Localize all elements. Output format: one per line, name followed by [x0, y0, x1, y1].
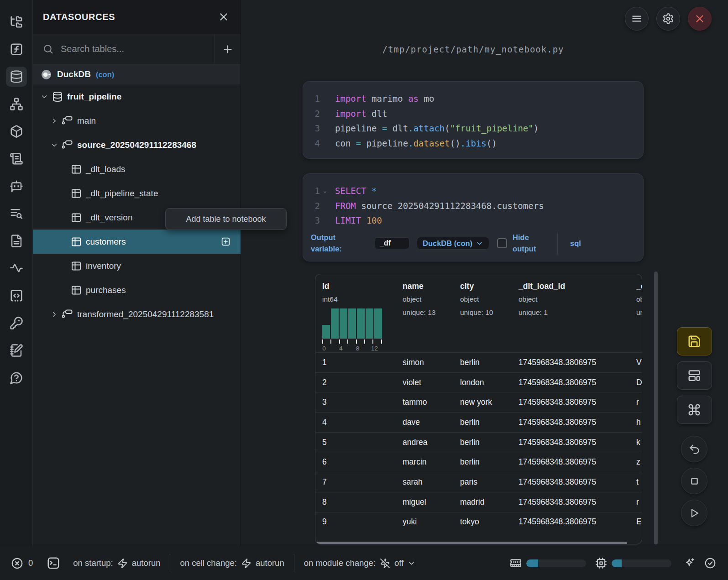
tree-item-transformed_202504291112283581[interactable]: transformed_202504291112283581 — [33, 302, 241, 326]
table-row[interactable]: 6marcinberlin1745968348.3806975z — [315, 452, 642, 472]
chat-bot-icon[interactable] — [6, 176, 27, 196]
plus-icon — [222, 43, 234, 55]
chevron-down-icon[interactable] — [40, 93, 49, 101]
tree-item-purchases[interactable]: purchases — [33, 278, 241, 302]
table-header: idint6404812nameobjectunique: 13cityobje… — [315, 274, 642, 352]
dependency-graph-icon[interactable] — [6, 94, 27, 114]
hide-output-checkbox[interactable] — [497, 238, 507, 248]
table-cell: tammo — [396, 397, 453, 407]
tree-item-label: _dlt_pipeline_state — [86, 188, 158, 199]
shutdown-button[interactable] — [688, 7, 712, 31]
table-row[interactable]: 4daveberlin1745968348.3806975h — [315, 412, 642, 432]
code-line: 1import marimo as mo — [303, 91, 643, 106]
tree-item-main[interactable]: main — [33, 109, 241, 133]
save-button[interactable] — [677, 327, 712, 355]
run-button[interactable] — [681, 500, 707, 526]
file-text-icon[interactable] — [6, 231, 27, 251]
tree-item-_dlt_pipeline_state[interactable]: _dlt_pipeline_state — [33, 181, 241, 205]
python-code-editor[interactable]: 1import marimo as mo2import dlt3pipeline… — [303, 82, 643, 151]
table-cell: V — [629, 358, 642, 367]
table-cell: 1745968348.3806975 — [512, 438, 629, 447]
tracing-icon[interactable] — [6, 258, 27, 278]
help-icon[interactable] — [6, 368, 27, 388]
chevron-right-icon[interactable] — [50, 310, 59, 319]
table-row[interactable]: 9yukitokyo1745968348.3806975E — [315, 512, 642, 532]
layout-button[interactable] — [677, 361, 712, 390]
add-datasource-button[interactable] — [214, 34, 241, 64]
scratchpad-icon[interactable] — [6, 340, 27, 361]
menu-button[interactable] — [625, 7, 649, 31]
python-cell[interactable]: 1import marimo as mo2import dlt3pipeline… — [303, 81, 644, 159]
notebook-path: /tmp/project/path/my_notebook.py — [303, 44, 644, 54]
chevron-down-icon — [408, 559, 415, 567]
error-indicator[interactable]: 0 — [11, 557, 33, 570]
on-startup-setting[interactable]: on startup: autorun — [73, 558, 160, 569]
zap-icon — [241, 558, 251, 569]
output-table: idint6404812nameobjectunique: 13cityobje… — [315, 274, 642, 544]
database-icon[interactable] — [6, 67, 27, 87]
undo-button[interactable] — [681, 436, 707, 462]
column-header-name: nameobjectunique: 13 — [396, 282, 453, 352]
engine-select[interactable]: DuckDB (con) — [417, 237, 489, 250]
search-row: Search tables... — [33, 34, 241, 64]
table-grid-icon — [71, 188, 82, 199]
interrupt-button[interactable] — [681, 468, 707, 494]
check-circle-icon[interactable] — [704, 557, 716, 569]
table-cell: 5 — [315, 438, 396, 447]
table-cell: violet — [396, 378, 453, 387]
connection-row[interactable]: DuckDB (con) — [33, 64, 241, 84]
file-tree-icon[interactable] — [6, 12, 27, 32]
add-table-button[interactable] — [221, 237, 230, 246]
output-variable-label: Output variable: — [311, 232, 351, 255]
table-row[interactable]: 5andreaberlin1745968348.3806975k — [315, 432, 642, 452]
table-cell: 8 — [315, 497, 396, 507]
on-startup-value: autorun — [132, 558, 161, 568]
table-cell: berlin — [453, 418, 512, 427]
tree-item-fruit_pipeline[interactable]: fruit_pipeline — [33, 84, 241, 109]
sql-cell[interactable]: 1⌄SELECT *2FROM source_20250429111228346… — [303, 173, 644, 261]
on-module-change-setting[interactable]: on module change: off — [304, 558, 416, 569]
tree-item-label: customers — [86, 237, 126, 247]
fold-chevron-icon[interactable]: ⌄ — [323, 183, 327, 199]
line-number: 3 — [303, 213, 320, 228]
sql-code-editor[interactable]: 1⌄SELECT *2FROM source_20250429111228346… — [303, 174, 643, 228]
ai-sparkles-icon[interactable] — [683, 557, 695, 569]
connection-variable: (con) — [96, 70, 114, 79]
keyboard-shortcuts-button[interactable] — [677, 396, 712, 424]
table-cell: D — [629, 378, 642, 387]
table-cell: berlin — [453, 358, 512, 367]
settings-button[interactable] — [656, 7, 680, 31]
package-icon[interactable] — [6, 121, 27, 141]
terminal-button[interactable] — [47, 556, 60, 570]
chevron-down-icon — [476, 240, 483, 247]
table-cell: miguel — [396, 497, 453, 507]
table-row[interactable]: 7sarahparis1745968348.3806975t — [315, 472, 642, 492]
table-cell: yuki — [396, 517, 453, 527]
top-buttons — [625, 7, 712, 31]
on-cell-change-setting[interactable]: on cell change: autorun — [180, 558, 284, 569]
scroll-text-icon[interactable] — [6, 149, 27, 169]
tree-item-customers[interactable]: customers — [33, 230, 241, 254]
search-input[interactable]: Search tables... — [33, 34, 214, 64]
chevron-down-icon[interactable] — [50, 141, 59, 149]
code-block-icon[interactable] — [6, 286, 27, 306]
on-cell-change-label: on cell change: — [180, 558, 236, 568]
key-icon[interactable] — [6, 313, 27, 333]
vertical-scrollbar[interactable] — [654, 272, 658, 544]
table-cell: t — [629, 477, 642, 487]
horizontal-scrollbar[interactable] — [316, 542, 627, 544]
table-row[interactable]: 3tammonew york1745968348.3806975r — [315, 392, 642, 412]
chevron-right-icon[interactable] — [50, 117, 59, 125]
column-header-city: cityobjectunique: 10 — [453, 282, 512, 352]
function-square-icon[interactable] — [6, 39, 27, 59]
log-search-icon[interactable] — [6, 204, 27, 224]
tree-item-source_202504291112283468[interactable]: source_202504291112283468 — [33, 133, 241, 157]
tree-item-inventory[interactable]: inventory — [33, 254, 241, 278]
table-row[interactable]: 1simonberlin1745968348.3806975V — [315, 352, 642, 372]
output-variable-input[interactable]: _df — [375, 237, 409, 249]
table-row[interactable]: 8miguelmadrid1745968348.3806975r — [315, 492, 642, 512]
tree-item-_dlt_loads[interactable]: _dlt_loads — [33, 157, 241, 181]
table-cell: 2 — [315, 378, 396, 387]
table-row[interactable]: 2violetlondon1745968348.3806975D — [315, 372, 642, 392]
close-panel-icon[interactable] — [218, 11, 230, 23]
